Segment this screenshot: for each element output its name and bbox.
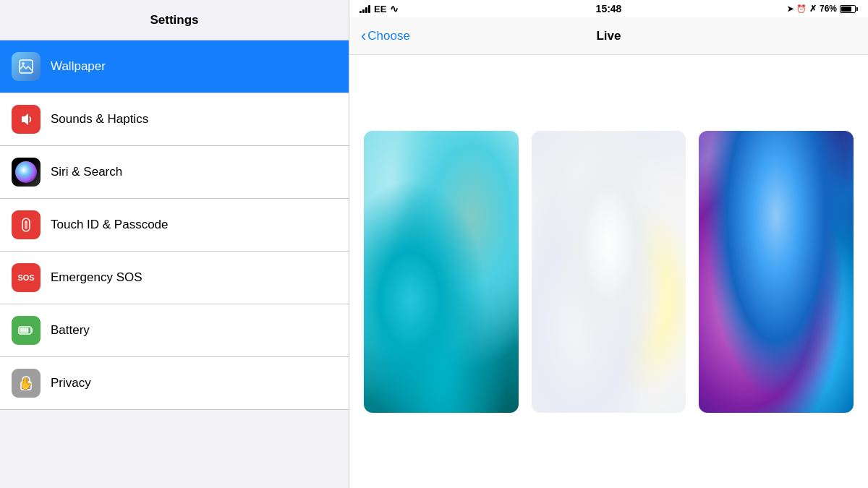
privacy-icon: ✋ [12, 369, 41, 398]
back-button[interactable]: ‹ Choose [361, 28, 410, 44]
battery-icon [12, 316, 41, 345]
status-left: EE ∿ [359, 3, 399, 14]
status-right: ➤ ⏰ ✗ 76% [787, 4, 858, 14]
sounds-label: Sounds & Haptics [51, 112, 148, 127]
settings-list: Wallpaper Sounds & Haptics Siri & Search [0, 40, 349, 488]
siri-icon [12, 158, 41, 187]
wallpaper-item-white[interactable] [532, 131, 686, 413]
privacy-label: Privacy [51, 376, 91, 390]
sidebar-item-battery[interactable]: Battery [0, 304, 349, 357]
sidebar-item-sounds[interactable]: Sounds & Haptics [0, 93, 349, 146]
wallpaper-icon [12, 52, 41, 81]
svg-rect-5 [20, 328, 29, 333]
back-label: Choose [367, 29, 410, 43]
detail-panel: EE ∿ 15:48 ➤ ⏰ ✗ 76% ‹ Choos [349, 0, 868, 488]
svg-point-0 [22, 62, 25, 65]
wifi-icon: ∿ [390, 3, 399, 14]
signal-icon [359, 4, 370, 13]
chevron-left-icon: ‹ [361, 28, 366, 44]
sidebar-item-touchid[interactable]: Touch ID & Passcode [0, 199, 349, 252]
wallpaper-grid [349, 55, 868, 488]
siri-label: Siri & Search [51, 165, 122, 179]
wallpaper-item-teal[interactable] [364, 131, 519, 413]
touchid-icon [12, 210, 41, 239]
svg-marker-2 [22, 114, 28, 125]
sidebar-item-sos[interactable]: SOS Emergency SOS [0, 252, 349, 304]
sos-label: Emergency SOS [51, 270, 142, 285]
sidebar-item-siri[interactable]: Siri & Search [0, 146, 349, 199]
sounds-icon [12, 105, 41, 134]
sos-icon: SOS [12, 263, 41, 292]
touchid-label: Touch ID & Passcode [51, 218, 169, 232]
settings-panel: Settings Wallpaper Sounds & Haptics [0, 0, 349, 488]
svg-rect-1 [20, 60, 33, 73]
sidebar-item-privacy[interactable]: ✋ Privacy [0, 357, 349, 410]
battery-label: Battery [51, 323, 90, 338]
navigation-bar: ‹ Choose Live [349, 17, 868, 55]
battery-percent: 76% [820, 4, 837, 14]
wallpaper-label: Wallpaper [51, 59, 106, 74]
sidebar-item-wallpaper[interactable]: Wallpaper [0, 40, 349, 93]
status-bar: EE ∿ 15:48 ➤ ⏰ ✗ 76% [349, 0, 868, 17]
page-title: Live [596, 29, 621, 43]
battery-status-icon [840, 5, 858, 13]
status-time: 15:48 [596, 3, 622, 14]
bluetooth-icon: ✗ [809, 4, 817, 14]
location-icon: ➤ [787, 4, 793, 14]
svg-point-3 [25, 221, 27, 223]
settings-title: Settings [150, 13, 198, 27]
svg-text:✋: ✋ [19, 377, 33, 390]
wallpaper-item-blue[interactable] [699, 131, 854, 413]
settings-header: Settings [0, 0, 349, 40]
alarm-icon: ⏰ [796, 4, 807, 14]
carrier-label: EE [374, 4, 386, 14]
